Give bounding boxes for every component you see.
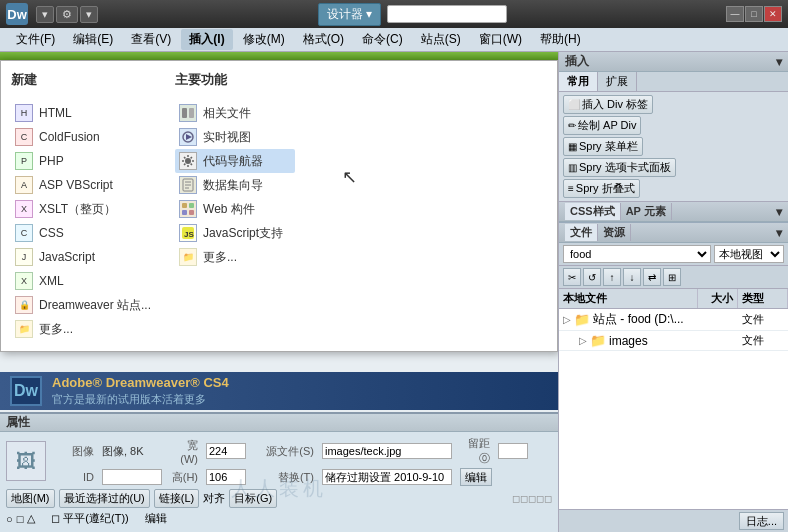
- col-size: 大小: [698, 289, 738, 308]
- func-live-view[interactable]: 实时视图: [175, 125, 295, 149]
- php-icon: P: [15, 152, 33, 170]
- insert-spry1-btn[interactable]: ▦ Spry 菜单栏: [563, 137, 643, 156]
- new-dw-site[interactable]: 🔒 Dreamweaver 站点...: [11, 293, 155, 317]
- html-icon: H: [15, 104, 33, 122]
- file-name-site: ▷ 📁 站点 - food (D:\...: [559, 310, 698, 329]
- insert-spry3-btn[interactable]: ≡ Spry 折叠式: [563, 179, 640, 198]
- dw-site-icon: 🔒: [15, 296, 33, 314]
- close-button[interactable]: ✕: [764, 6, 782, 22]
- asp-icon: A: [15, 176, 33, 194]
- main-column-title: 主要功能: [175, 71, 295, 93]
- new-js[interactable]: J JavaScript: [11, 245, 155, 269]
- window-controls: — □ ✕: [726, 6, 782, 22]
- new-cf[interactable]: C ColdFusion: [11, 125, 155, 149]
- toolbar-btn-1[interactable]: ▾: [36, 6, 54, 23]
- download-btn[interactable]: ↓: [623, 268, 641, 286]
- files-tab[interactable]: 文件: [565, 224, 598, 241]
- files-panel-header: 文件 资源 ▾: [559, 223, 788, 243]
- new-html[interactable]: H HTML: [11, 101, 155, 125]
- main-column: 主要功能 相关文件 实时视图: [175, 71, 295, 341]
- left-panel: 约项目 鞋站/shop_list.asp 鞋站/sell.asp 鞋站/down…: [0, 52, 558, 532]
- file-row-site[interactable]: ▷ 📁 站点 - food (D:\... 文件: [559, 309, 788, 331]
- refresh-btn[interactable]: ↺: [583, 268, 601, 286]
- toolbar-btn-2[interactable]: ⚙: [56, 6, 78, 23]
- search-input[interactable]: [387, 5, 507, 23]
- files-action-toolbar: ✂ ↺ ↑ ↓ ⇄ ⊞: [559, 266, 788, 289]
- svg-rect-9: [182, 203, 187, 208]
- func-related-files[interactable]: 相关文件: [175, 101, 295, 125]
- menu-modify[interactable]: 修改(M): [235, 29, 293, 50]
- folder-icon-images: 📁: [590, 333, 606, 348]
- menu-file[interactable]: 文件(F): [8, 29, 63, 50]
- app-logo: Dw: [6, 3, 28, 25]
- expand-btn[interactable]: ⊞: [663, 268, 681, 286]
- insert-row-4: ▥ Spry 选项卡式面板: [563, 157, 784, 178]
- upload-btn[interactable]: ↑: [603, 268, 621, 286]
- cf-icon: C: [15, 128, 33, 146]
- css-panel-header: CSS样式 AP 元素 ▾: [559, 202, 788, 222]
- main-layout: 约项目 鞋站/shop_list.asp 鞋站/sell.asp 鞋站/down…: [0, 52, 788, 532]
- func-more[interactable]: 📁 更多...: [175, 245, 295, 269]
- file-name-images: ▷ 📁 images: [575, 332, 698, 349]
- data-wizard-icon: [179, 176, 197, 194]
- site-select[interactable]: food: [563, 245, 711, 263]
- expand-icon-images[interactable]: ▷: [579, 335, 587, 346]
- menu-format[interactable]: 格式(O): [295, 29, 352, 50]
- menu-window[interactable]: 窗口(W): [471, 29, 530, 50]
- menu-site[interactable]: 站点(S): [413, 29, 469, 50]
- ap-tab[interactable]: AP 元素: [621, 203, 672, 220]
- minimize-button[interactable]: —: [726, 6, 744, 22]
- new-xml[interactable]: X XML: [11, 269, 155, 293]
- new-xslt[interactable]: X XSLT（整页）: [11, 197, 155, 221]
- cut-btn[interactable]: ✂: [563, 268, 581, 286]
- func-js-support[interactable]: JS JavaScript支持: [175, 221, 295, 245]
- resources-tab[interactable]: 资源: [598, 224, 631, 241]
- insert-panel-tabs: 常用 扩展: [559, 72, 788, 92]
- insert-div-btn[interactable]: ⬜ 插入 Div 标签: [563, 95, 653, 114]
- toolbar-btn-3[interactable]: ▾: [80, 6, 98, 23]
- new-css[interactable]: C CSS: [11, 221, 155, 245]
- menu-insert[interactable]: 插入(I): [181, 29, 232, 50]
- svg-marker-3: [186, 134, 192, 140]
- insert-panel: 插入 ▾ 常用 扩展 ⬜ 插入 Div 标签 ✏ 绘制 AP Div: [559, 52, 788, 202]
- func-web-widget[interactable]: Web 构件: [175, 197, 295, 221]
- func-code-navigator[interactable]: 代码导航器: [175, 149, 295, 173]
- insert-ap-div-btn[interactable]: ✏ 绘制 AP Div: [563, 116, 641, 135]
- log-button[interactable]: 日志...: [739, 512, 784, 530]
- menu-edit[interactable]: 编辑(E): [65, 29, 121, 50]
- insert-tab-common[interactable]: 常用: [559, 72, 598, 91]
- new-asp[interactable]: A ASP VBScript: [11, 173, 155, 197]
- menu-help[interactable]: 帮助(H): [532, 29, 589, 50]
- col-local-files: 本地文件: [559, 289, 698, 308]
- title-center: 设计器 ▾: [98, 3, 726, 26]
- js-icon: J: [15, 248, 33, 266]
- files-toolbar: food 本地视图: [559, 243, 788, 266]
- insert-spry2-btn[interactable]: ▥ Spry 选项卡式面板: [563, 158, 676, 177]
- new-php[interactable]: P PHP: [11, 149, 155, 173]
- func-data-wizard[interactable]: 数据集向导: [175, 173, 295, 197]
- svg-text:JS: JS: [184, 230, 194, 239]
- sync-btn[interactable]: ⇄: [643, 268, 661, 286]
- files-content: 本地文件 大小 类型 ▷ 📁 站点 - food (D:\... 文件 ▷: [559, 289, 788, 509]
- insert-tab-expand[interactable]: 扩展: [598, 72, 637, 91]
- file-size-site: [698, 319, 738, 321]
- maximize-button[interactable]: □: [745, 6, 763, 22]
- designer-button[interactable]: 设计器 ▾: [318, 3, 381, 26]
- cursor-indicator: ↖: [342, 166, 357, 188]
- expand-icon-site[interactable]: ▷: [563, 314, 571, 325]
- css-tab[interactable]: CSS样式: [565, 203, 621, 220]
- title-bar: Dw ▾ ⚙ ▾ 设计器 ▾ — □ ✕: [0, 0, 788, 28]
- files-header: 本地文件 大小 类型: [559, 289, 788, 309]
- live-view-icon: [179, 128, 197, 146]
- svg-point-4: [185, 158, 191, 164]
- file-row-images[interactable]: ▷ 📁 images 文件: [559, 331, 788, 351]
- svg-rect-10: [189, 203, 194, 208]
- view-select[interactable]: 本地视图: [714, 245, 784, 263]
- menu-command[interactable]: 命令(C): [354, 29, 411, 50]
- menu-bar: 文件(F) 编辑(E) 查看(V) 插入(I) 修改(M) 格式(O) 命令(C…: [0, 28, 788, 52]
- file-type-site: 文件: [738, 311, 788, 328]
- css-panel: CSS样式 AP 元素 ▾: [559, 202, 788, 223]
- insert-row-5: ≡ Spry 折叠式: [563, 178, 784, 199]
- menu-view[interactable]: 查看(V): [123, 29, 179, 50]
- new-more[interactable]: 📁 更多...: [11, 317, 155, 341]
